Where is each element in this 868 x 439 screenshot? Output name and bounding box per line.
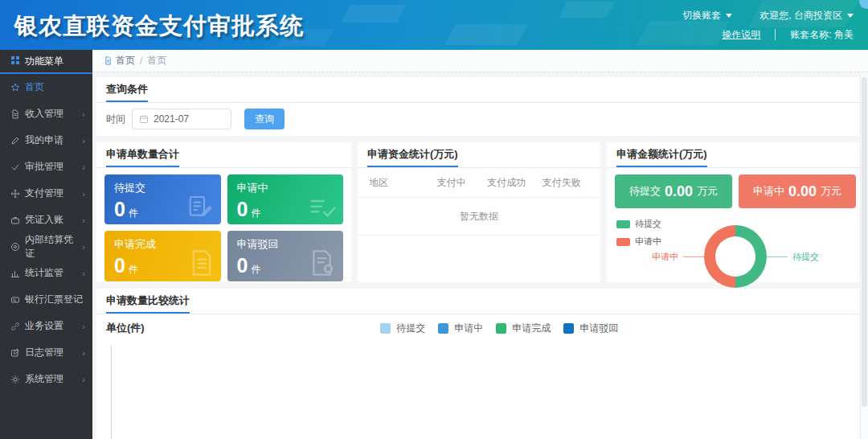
chevron-down-icon: [726, 14, 732, 18]
query-panel: 查询条件 时间 查询: [96, 77, 864, 136]
legend-swatch-blue: [438, 323, 448, 334]
funds-stats-panel: 申请资金统计(万元) 地区 支付中 支付成功 支付失败 暂无数据: [358, 142, 600, 282]
vertical-scrollbar-thumb[interactable]: [862, 77, 867, 407]
summary-cards-panel: 申请单数量合计 待提交 0件 申请中 0件 申请完成 0件: [96, 142, 351, 282]
chevron-right-icon: ›: [82, 375, 85, 384]
chevron-right-icon: ›: [82, 109, 85, 119]
col-paying: 支付中: [424, 176, 480, 190]
chevron-right-icon: ›: [82, 162, 85, 172]
card-completed: 申请完成 0件: [104, 231, 221, 281]
operation-guide-link[interactable]: 操作说明: [722, 28, 760, 42]
sidebar-item-business-settings[interactable]: 业务设置 ›: [0, 313, 92, 339]
breadcrumb-separator: /: [140, 55, 142, 67]
sidebar-item-statistics-supervision[interactable]: 统计监管 ›: [0, 260, 92, 286]
gear-icon: [10, 375, 20, 384]
sidebar: 功能菜单 首页 收入管理 › 我的申请 › 审批管理 › 支付管理 › 凭证入账…: [0, 50, 92, 439]
breadcrumb-home-link[interactable]: 首页: [104, 54, 135, 68]
vertical-scrollbar[interactable]: [860, 72, 868, 439]
comparison-panel-title: 申请数量比较统计: [106, 293, 190, 314]
sidebar-header: 功能菜单: [0, 50, 92, 74]
switch-account-dropdown[interactable]: 切换账套: [682, 9, 732, 23]
y-axis-unit-label: 单位(件): [106, 321, 145, 335]
main-content: 查询条件 时间 查询 申请单数量合计 待提交 0件 申请中 0件: [92, 72, 868, 439]
check-icon: [10, 162, 20, 172]
app-header: 银农直联资金支付审批系统 切换账套 欢迎您, 台商投资区 操作说明 账套名称: …: [0, 0, 868, 50]
briefcase-icon: [10, 215, 20, 225]
sidebar-item-log-mgmt[interactable]: 日志管理 ›: [0, 339, 92, 366]
header-decoration: [341, 5, 407, 23]
search-button[interactable]: 查询: [244, 109, 285, 129]
divider: [775, 29, 776, 40]
breadcrumb: 首页 / 首页: [92, 50, 868, 72]
query-panel-title: 查询条件: [106, 82, 148, 102]
header-decoration: [444, 24, 528, 45]
calendar-icon: [139, 114, 149, 124]
grid-menu-icon: [10, 55, 20, 68]
amount-stats-panel: 申请金额统计(万元) 待提交0.00万元 申请中0.00万元 待提交 申请中 申…: [607, 142, 864, 282]
chevron-right-icon: ›: [82, 269, 85, 278]
donut-chart: [704, 225, 767, 288]
donut-label-right: 待提交: [767, 251, 819, 263]
list-check-icon: [309, 196, 336, 219]
chevron-down-icon: [847, 14, 854, 18]
document-icon: [10, 109, 20, 119]
month-picker-field[interactable]: [132, 109, 231, 129]
col-region: 地区: [369, 176, 424, 190]
sidebar-item-income-mgmt[interactable]: 收入管理 ›: [0, 101, 92, 127]
breadcrumb-current: 首页: [147, 54, 166, 68]
summary-panel-title: 申请单数量合计: [106, 147, 179, 167]
amount-panel-title: 申请金额统计(万元): [616, 147, 707, 167]
sidebar-item-bank-draft-registry[interactable]: 银行汇票登记: [0, 286, 92, 313]
pencil-icon: [10, 136, 20, 146]
bar-chart-legend: 待提交 申请中 申请完成 申请驳回: [380, 322, 618, 335]
doc-edit-icon: [188, 195, 214, 219]
document-icon: [104, 56, 113, 65]
welcome-user-dropdown[interactable]: 欢迎您, 台商投资区: [760, 9, 854, 23]
badge-inprogress-amount: 申请中0.00万元: [739, 174, 856, 208]
bar-chart-icon: [10, 269, 20, 278]
col-success: 支付成功: [479, 176, 534, 190]
chevron-right-icon: ›: [82, 242, 85, 252]
donut-label-left: 申请中: [652, 251, 704, 263]
chevron-right-icon: ›: [82, 136, 85, 146]
legend-swatch-red: [616, 238, 630, 246]
doc-icon: [190, 250, 214, 276]
account-name-label: 账套名称: 角美: [790, 28, 854, 42]
legend-swatch-darkblue: [563, 323, 574, 334]
header-decoration: [559, 2, 616, 18]
sidebar-item-voucher-entry[interactable]: 凭证入账 ›: [0, 207, 92, 233]
move-icon: [10, 189, 20, 199]
empty-state-text: 暂无数据: [358, 198, 600, 236]
table-header-row: 地区 支付中 支付成功 支付失败: [358, 168, 600, 198]
card-pending-submit: 待提交 0件: [104, 174, 221, 224]
donut-chart-area: 待提交 申请中 申请中 待提交: [607, 211, 864, 302]
funds-panel-title: 申请资金统计(万元): [367, 147, 458, 167]
edit-icon: [10, 348, 20, 358]
chevron-right-icon: ›: [82, 322, 85, 331]
corner-dot-decoration: [859, 0, 868, 9]
star-icon: [10, 83, 20, 92]
sidebar-item-my-applications[interactable]: 我的申请 ›: [0, 127, 92, 154]
sidebar-item-approval-mgmt[interactable]: 审批管理 ›: [0, 154, 92, 180]
bar-chart-plot-area: [111, 345, 853, 439]
sidebar-item-home[interactable]: 首页: [0, 74, 92, 101]
link-icon: [10, 322, 20, 331]
sidebar-item-internal-settlement[interactable]: 内部结算凭证 ›: [0, 233, 92, 260]
circle-dot-icon: [10, 242, 20, 252]
col-failed: 支付失败: [534, 176, 590, 190]
chevron-right-icon: ›: [82, 348, 85, 358]
app-title: 银农直联资金支付审批系统: [14, 10, 304, 43]
card-in-progress: 申请中 0件: [227, 174, 344, 224]
month-input[interactable]: [154, 113, 218, 125]
legend-swatch-lightblue: [380, 323, 391, 334]
card-rejected: 申请驳回 0件: [227, 231, 344, 281]
time-label: 时间: [106, 113, 125, 126]
legend-swatch-green: [496, 323, 506, 334]
doc-x-icon: [310, 250, 336, 276]
legend-swatch-green: [616, 220, 630, 228]
chevron-right-icon: ›: [82, 189, 85, 199]
badge-pending-amount: 待提交0.00万元: [615, 174, 732, 208]
chevron-right-icon: ›: [82, 215, 85, 225]
sidebar-item-system-mgmt[interactable]: 系统管理 ›: [0, 366, 92, 392]
sidebar-item-payment-mgmt[interactable]: 支付管理 ›: [0, 180, 92, 207]
